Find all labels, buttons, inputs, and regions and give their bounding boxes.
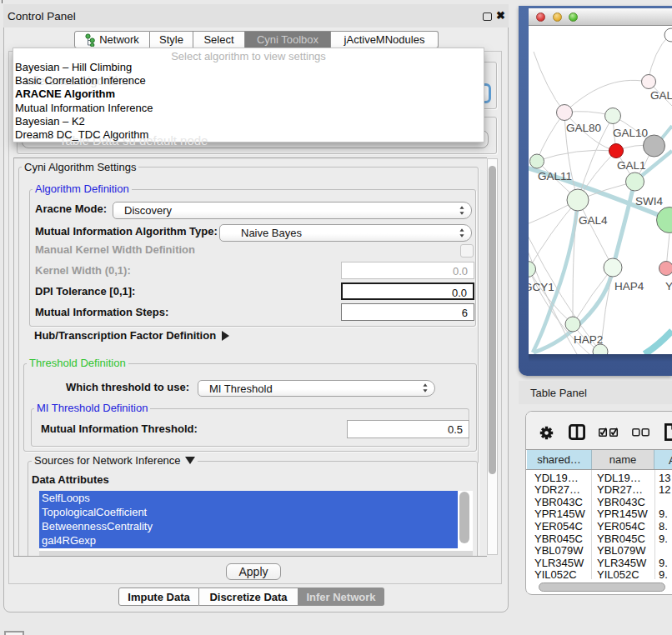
svg-text:GAL80: GAL80 xyxy=(566,122,601,134)
svg-text:GAL10: GAL10 xyxy=(613,127,648,139)
svg-text:SWI4: SWI4 xyxy=(635,195,663,208)
svg-text:GCY1: GCY1 xyxy=(529,281,554,293)
svg-text:HAP2: HAP2 xyxy=(574,333,603,346)
svg-text:GAL11: GAL11 xyxy=(538,170,572,182)
svg-text:GAL7: GAL7 xyxy=(650,89,672,102)
svg-text:GAL1: GAL1 xyxy=(617,159,646,172)
svg-text:HAP4: HAP4 xyxy=(614,280,644,292)
svg-text:Y: Y xyxy=(665,280,672,292)
svg-text:GAL4: GAL4 xyxy=(579,214,608,227)
